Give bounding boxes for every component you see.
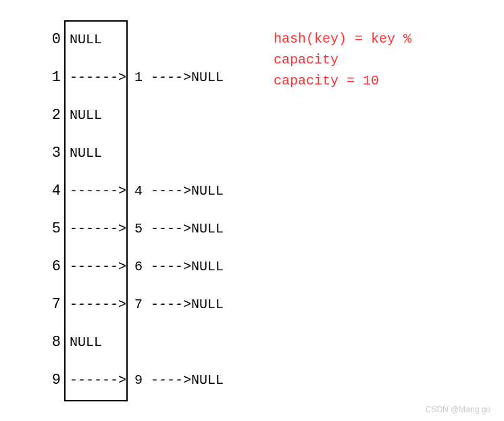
row-index: 5 — [41, 220, 61, 237]
row-index: 9 — [41, 372, 61, 389]
annotation-line: capacity — [274, 49, 411, 70]
row-content: NULL — [70, 32, 102, 47]
hash-function-annotation: hash(key) = key % capacity capacity = 10 — [274, 28, 411, 91]
table-row: 9 ------> 9 ---->NULL — [41, 361, 224, 399]
table-row: 6 ------> 6 ---->NULL — [41, 247, 224, 285]
table-row: 3 NULL — [41, 134, 102, 172]
row-content: ------> 5 ---->NULL — [70, 221, 224, 237]
row-index: 4 — [41, 182, 61, 199]
table-row: 7 ------> 7 ---->NULL — [41, 285, 224, 323]
row-content: ------> 4 ---->NULL — [70, 183, 224, 199]
row-content: ------> 6 ---->NULL — [70, 259, 224, 274]
table-row: 8 NULL — [41, 323, 102, 361]
row-index: 1 — [41, 69, 61, 86]
row-content: ------> 1 ---->NULL — [70, 70, 224, 85]
annotation-line: capacity = 10 — [274, 70, 411, 91]
row-index: 6 — [41, 258, 61, 275]
row-content: NULL — [70, 107, 102, 123]
table-row: 5 ------> 5 ---->NULL — [41, 209, 224, 247]
row-content: ------> 7 ---->NULL — [70, 297, 224, 312]
row-index: 0 — [41, 31, 61, 48]
table-row: 2 NULL — [41, 96, 102, 134]
watermark-text: CSDN @Mang go — [426, 405, 490, 414]
row-index: 7 — [41, 296, 61, 313]
row-content: ------> 9 ---->NULL — [70, 372, 224, 388]
row-index: 8 — [41, 334, 61, 351]
row-index: 3 — [41, 145, 61, 162]
row-content: NULL — [70, 145, 102, 161]
row-index: 2 — [41, 107, 61, 124]
table-row: 0 NULL — [41, 20, 102, 58]
table-row: 1 ------> 1 ---->NULL — [41, 58, 224, 96]
row-content: NULL — [70, 335, 102, 350]
table-row: 4 ------> 4 ---->NULL — [41, 172, 224, 209]
annotation-line: hash(key) = key % — [274, 28, 411, 49]
